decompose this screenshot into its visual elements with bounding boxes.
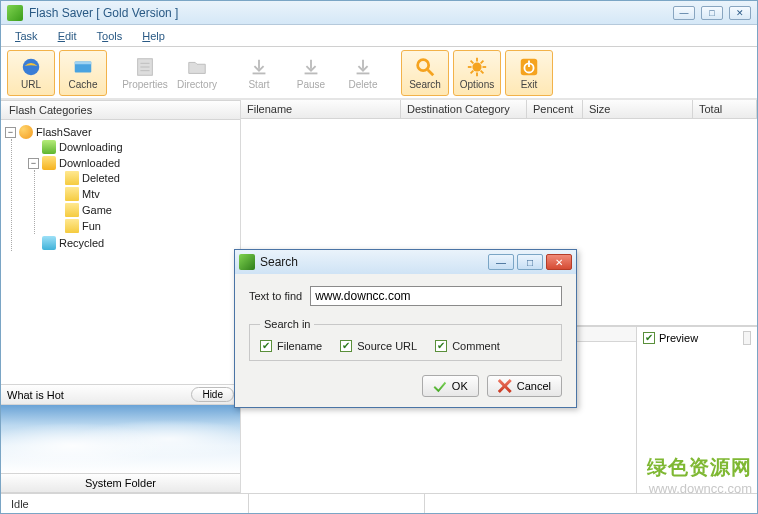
start-button[interactable]: Start [235, 50, 283, 96]
flashsaver-icon [19, 125, 33, 139]
dialog-titlebar[interactable]: Search — □ ✕ [235, 250, 576, 274]
exit-button[interactable]: Exit [505, 50, 553, 96]
cache-button[interactable]: Cache [59, 50, 107, 96]
svg-point-12 [472, 62, 481, 71]
folder-icon [65, 219, 79, 233]
preview-pane: ✔ Preview [637, 327, 757, 493]
grid-header: Filename Destination Category Pencent Si… [241, 100, 757, 119]
expand-toggle[interactable]: − [5, 127, 16, 138]
menubar: Task Edit Tools Help [1, 25, 757, 47]
directory-button[interactable]: Directory [173, 50, 221, 96]
search-icon [413, 56, 437, 78]
folder-icon [65, 203, 79, 217]
downloading-icon [42, 140, 56, 154]
delete-button[interactable]: Delete [339, 50, 387, 96]
svg-line-17 [471, 60, 474, 63]
tree-root[interactable]: FlashSaver [36, 126, 92, 138]
maximize-button[interactable]: □ [701, 6, 723, 20]
tree-downloaded[interactable]: Downloaded [59, 157, 120, 169]
url-button[interactable]: URL [7, 50, 55, 96]
source-url-checkbox[interactable]: ✔Source URL [340, 340, 417, 352]
search-button[interactable]: Search [401, 50, 449, 96]
titlebar: Flash Saver [ Gold Version ] — □ ✕ [1, 1, 757, 25]
menu-task[interactable]: Task [5, 28, 48, 44]
x-icon [498, 379, 512, 393]
col-destination[interactable]: Destination Category [401, 100, 527, 118]
filename-checkbox[interactable]: ✔Filename [260, 340, 322, 352]
what-is-hot-label: What is Hot [7, 389, 64, 401]
search-dialog: Search — □ ✕ Text to find Search in ✔Fil… [234, 249, 577, 408]
pause-button[interactable]: Pause [287, 50, 335, 96]
tree-downloading[interactable]: Downloading [59, 141, 123, 153]
power-icon [517, 56, 541, 78]
hot-image [1, 405, 240, 473]
col-total[interactable]: Total [693, 100, 757, 118]
svg-rect-7 [253, 72, 266, 74]
folder-icon [185, 56, 209, 78]
search-in-group: Search in ✔Filename ✔Source URL ✔Comment [249, 318, 562, 361]
window-controls: — □ ✕ [673, 6, 751, 20]
preview-checkbox[interactable]: ✔ [643, 332, 655, 344]
pause-icon [299, 56, 323, 78]
dialog-close-button[interactable]: ✕ [546, 254, 572, 270]
status-idle: Idle [9, 494, 249, 513]
menu-edit[interactable]: Edit [48, 28, 87, 44]
categories-header: Flash Categories [1, 100, 240, 120]
tree-mtv[interactable]: Mtv [82, 188, 100, 200]
delete-icon [351, 56, 375, 78]
svg-point-0 [23, 58, 40, 75]
expand-toggle[interactable]: − [28, 158, 39, 169]
options-button[interactable]: Options [453, 50, 501, 96]
collapse-icon[interactable] [743, 331, 751, 345]
svg-rect-2 [75, 61, 92, 64]
properties-button[interactable]: Properties [121, 50, 169, 96]
svg-rect-9 [357, 72, 370, 74]
col-percent[interactable]: Pencent [527, 100, 583, 118]
svg-line-11 [428, 69, 434, 75]
toolbar: URL Cache Properties Directory Start Pau… [1, 47, 757, 99]
search-in-legend: Search in [260, 318, 314, 330]
status-cell [249, 494, 425, 513]
svg-line-20 [481, 60, 484, 63]
cancel-button[interactable]: Cancel [487, 375, 562, 397]
properties-icon [133, 56, 157, 78]
folder-icon [65, 187, 79, 201]
minimize-button[interactable]: — [673, 6, 695, 20]
svg-line-18 [481, 70, 484, 73]
col-filename[interactable]: Filename [241, 100, 401, 118]
dialog-title: Search [260, 255, 298, 269]
tree-fun[interactable]: Fun [82, 220, 101, 232]
close-button[interactable]: ✕ [729, 6, 751, 20]
comment-checkbox[interactable]: ✔Comment [435, 340, 500, 352]
dialog-app-icon [239, 254, 255, 270]
hot-header: What is Hot Hide [1, 384, 240, 405]
cache-icon [71, 56, 95, 78]
folder-icon [65, 171, 79, 185]
menu-help[interactable]: Help [132, 28, 175, 44]
hide-button[interactable]: Hide [191, 387, 234, 402]
download-icon [247, 56, 271, 78]
menu-tools[interactable]: Tools [87, 28, 133, 44]
tree-deleted[interactable]: Deleted [82, 172, 120, 184]
left-pane: Flash Categories −FlashSaver Downloading… [1, 100, 241, 493]
system-folder-label[interactable]: System Folder [1, 473, 240, 493]
col-size[interactable]: Size [583, 100, 693, 118]
category-tree[interactable]: −FlashSaver Downloading −Downloaded Dele… [1, 120, 240, 384]
tree-game[interactable]: Game [82, 204, 112, 216]
ok-button[interactable]: OK [422, 375, 479, 397]
check-icon [433, 379, 447, 393]
recycle-icon [42, 236, 56, 250]
svg-line-19 [471, 70, 474, 73]
svg-point-10 [418, 59, 429, 70]
tree-recycled[interactable]: Recycled [59, 237, 104, 249]
window-title: Flash Saver [ Gold Version ] [29, 6, 178, 20]
gear-icon [465, 56, 489, 78]
svg-rect-8 [305, 72, 318, 74]
status-cell [425, 494, 749, 513]
preview-label: Preview [659, 332, 698, 344]
text-to-find-label: Text to find [249, 290, 302, 302]
downloaded-icon [42, 156, 56, 170]
text-to-find-input[interactable] [310, 286, 562, 306]
dialog-maximize-button[interactable]: □ [517, 254, 543, 270]
dialog-minimize-button[interactable]: — [488, 254, 514, 270]
